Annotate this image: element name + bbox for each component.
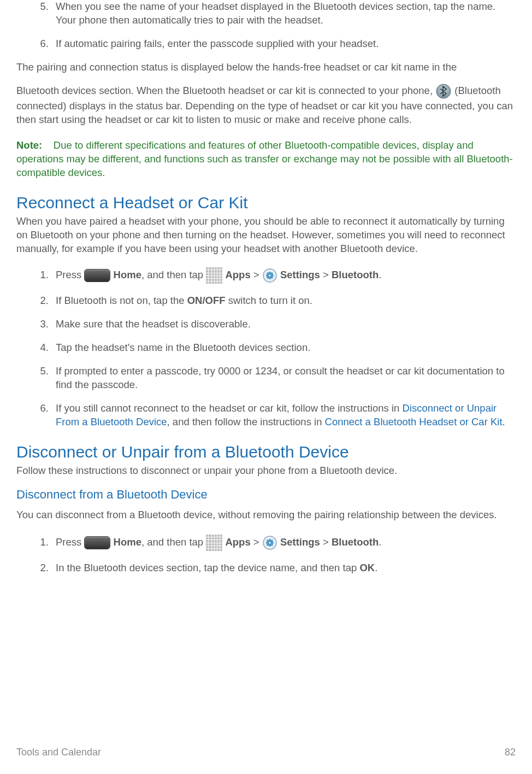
svg-point-4	[269, 542, 271, 544]
list-item: If Bluetooth is not on, tap the ON/OFF s…	[51, 294, 516, 308]
bold-label: Home	[114, 536, 141, 548]
list-item: Press Home, and then tap Apps > Settings…	[51, 266, 516, 284]
list-item: If prompted to enter a passcode, try 000…	[51, 365, 516, 392]
note-text: Note: Due to different specifications an…	[16, 139, 516, 180]
footer-page-number: 82	[505, 746, 516, 759]
step-text: In the Bluetooth devices section, tap th…	[56, 562, 359, 573]
bold-label: Settings	[280, 269, 320, 280]
bold-label: Apps	[225, 536, 250, 548]
step-text: .	[379, 269, 381, 280]
step-text: , and then follow the instructions in	[167, 416, 325, 427]
step-text: Press	[56, 269, 84, 280]
body-span: Bluetooth devices section. When the Blue…	[16, 85, 435, 96]
step-text: .	[375, 562, 377, 573]
bold-label: Home	[114, 269, 141, 280]
home-key-icon	[84, 269, 110, 282]
numbered-list-reconnect: Press Home, and then tap Apps > Settings…	[16, 266, 516, 429]
section-heading-disconnect: Disconnect or Unpair from a Bluetooth De…	[16, 441, 516, 464]
list-item: In the Bluetooth devices section, tap th…	[51, 561, 516, 575]
note-body: Due to different specifications and feat…	[16, 139, 513, 178]
bold-label: Bluetooth	[332, 269, 379, 280]
list-item: Press Home, and then tap Apps > Settings…	[51, 533, 516, 552]
step-text: If you still cannot reconnect to the hea…	[56, 402, 402, 414]
body-text: You can disconnect from a Bluetooth devi…	[16, 508, 516, 522]
bold-label: Settings	[280, 536, 320, 548]
section-heading-reconnect: Reconnect a Headset or Car Kit	[16, 192, 516, 214]
step-text: , and then tap	[141, 536, 206, 548]
step-text: If Bluetooth is not on, tap the	[56, 295, 187, 306]
list-item: Make sure that the headset is discoverab…	[51, 318, 516, 331]
apps-grid-icon	[206, 535, 222, 551]
list-item: If automatic pairing fails, enter the pa…	[51, 37, 516, 51]
body-text: Bluetooth devices section. When the Blue…	[16, 83, 516, 127]
list-item: When you see the name of your headset di…	[51, 0, 516, 27]
bold-label: Bluetooth	[332, 536, 379, 548]
bold-label: ON/OFF	[187, 295, 226, 306]
apps-grid-icon	[206, 267, 222, 284]
settings-gear-icon	[262, 268, 277, 283]
step-text: .	[503, 416, 505, 427]
step-text: Press	[56, 536, 84, 548]
settings-gear-icon	[262, 535, 277, 550]
numbered-list-disconnect: Press Home, and then tap Apps > Settings…	[16, 533, 516, 575]
step-text: .	[379, 536, 381, 548]
svg-point-2	[269, 274, 271, 277]
numbered-list-continued: When you see the name of your headset di…	[16, 0, 516, 51]
step-text: >	[320, 269, 332, 280]
step-text: >	[251, 269, 262, 280]
home-key-icon	[84, 536, 110, 549]
body-text: When you have paired a headset with your…	[16, 215, 516, 256]
footer-section-name: Tools and Calendar	[16, 746, 101, 759]
bold-label: Apps	[225, 269, 250, 280]
step-text: >	[251, 536, 262, 548]
bold-label: OK	[359, 562, 375, 573]
step-text: switch to turn it on.	[226, 295, 312, 306]
body-text: Follow these instructions to disconnect …	[16, 464, 516, 478]
body-text: The pairing and connection status is dis…	[16, 61, 516, 74]
note-label: Note:	[16, 139, 42, 151]
link-connect-headset[interactable]: Connect a Bluetooth Headset or Car Kit	[325, 416, 503, 427]
list-item: If you still cannot reconnect to the hea…	[51, 402, 516, 429]
page-footer: Tools and Calendar 82	[16, 746, 516, 759]
bluetooth-icon	[435, 83, 452, 99]
subsection-heading-disconnect: Disconnect from a Bluetooth Device	[16, 486, 516, 503]
list-item: Tap the headset's name in the Bluetooth …	[51, 341, 516, 355]
step-text: , and then tap	[141, 269, 206, 280]
step-text: >	[320, 536, 332, 548]
